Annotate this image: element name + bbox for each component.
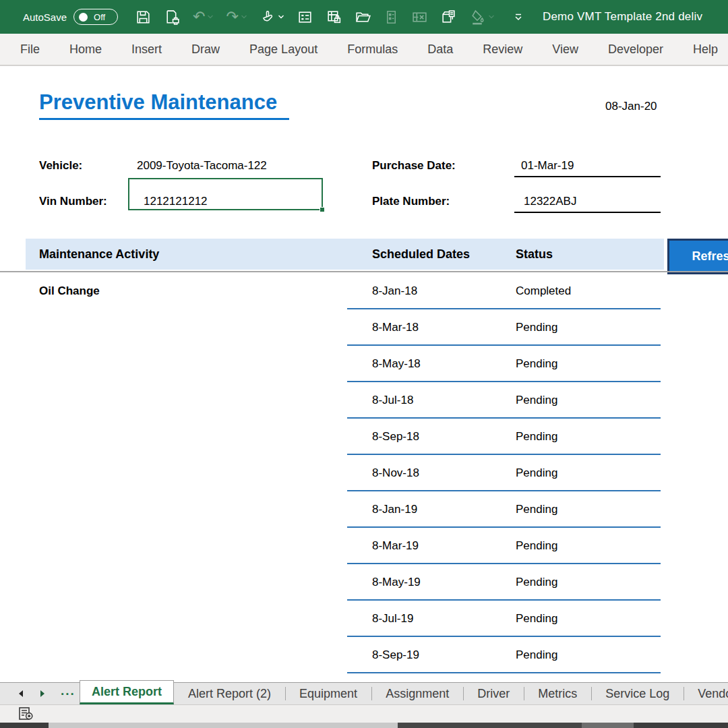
scheduled-date-cell[interactable]: 8-Sep-19 <box>372 648 419 662</box>
scheduled-date-cell[interactable]: 8-Nov-18 <box>372 466 419 480</box>
status-bar <box>0 704 728 723</box>
form-properties-icon[interactable] <box>291 3 320 30</box>
qat-overflow-icon[interactable] <box>508 3 529 30</box>
page-title: Preventive Maintenance <box>39 90 289 120</box>
taskbar-sliver <box>0 723 728 728</box>
document-title: Demo VMT Template 2nd deliv <box>543 10 702 24</box>
scheduled-date-cell[interactable]: 8-Jul-19 <box>372 612 413 626</box>
sheet-tab-alert-report-2-[interactable]: Alert Report (2) <box>174 683 285 704</box>
scheduled-date-cell[interactable]: 8-May-19 <box>372 576 421 589</box>
sheet-tab-service-log[interactable]: Service Log <box>591 683 684 704</box>
delete-cells-icon[interactable] <box>405 3 434 30</box>
chevron-down-icon[interactable] <box>207 14 214 20</box>
ribbon-tab-help[interactable]: Help <box>678 34 728 65</box>
scheduled-date-cell[interactable]: 8-Sep-18 <box>372 430 419 444</box>
status-cell[interactable]: Pending <box>516 612 557 626</box>
sheet-tab-equipment[interactable]: Equipment <box>285 683 371 704</box>
status-cell[interactable]: Pending <box>516 648 557 662</box>
plate-underline <box>514 212 661 213</box>
vehicle-value-cell[interactable]: 2009-Toyota-Tacoma-122 <box>137 159 267 173</box>
vehicle-label: Vehicle: <box>39 159 82 173</box>
activity-cell[interactable]: Oil Change <box>39 284 100 298</box>
ribbon-tab-view[interactable]: View <box>537 34 593 65</box>
touch-mode-icon[interactable] <box>253 3 291 30</box>
status-cell[interactable]: Pending <box>516 539 557 553</box>
table-header-row: Maintenance Activity Scheduled Dates Sta… <box>26 239 664 270</box>
status-cell[interactable]: Pending <box>516 357 557 371</box>
sheet-tab-driver[interactable]: Driver <box>463 683 524 704</box>
scheduled-date-cell[interactable]: 8-Jul-18 <box>372 394 413 407</box>
taskbar-segment <box>582 723 634 728</box>
sheet-tab-bar: ... Alert ReportAlert Report (2)Equipmen… <box>0 682 728 704</box>
status-cell[interactable]: Completed <box>516 284 571 298</box>
sheet-tab-assignment[interactable]: Assignment <box>371 683 463 704</box>
plate-number-label: Plate Number: <box>372 195 450 208</box>
protect-sheet-icon[interactable] <box>320 3 348 30</box>
chevron-down-icon[interactable] <box>241 14 247 20</box>
table-row: Oil Change8-Jan-18Completed <box>0 273 728 309</box>
table-row: 8-Mar-18Pending <box>0 309 728 346</box>
scheduled-date-cell[interactable]: 8-Mar-19 <box>372 539 419 553</box>
column-header-dates: Scheduled Dates <box>372 239 470 270</box>
scheduled-date-cell[interactable]: 8-Jan-19 <box>372 503 417 516</box>
table-row: 8-Mar-19Pending <box>0 528 728 564</box>
ribbon-tab-developer[interactable]: Developer <box>593 34 678 65</box>
checklist-icon[interactable] <box>377 3 405 30</box>
chevron-down-icon[interactable] <box>488 14 495 20</box>
ribbon-tab-insert[interactable]: Insert <box>117 34 177 65</box>
more-sheets-icon[interactable]: ... <box>61 691 75 696</box>
status-cell[interactable]: Pending <box>516 321 557 334</box>
table-row: 8-Nov-18Pending <box>0 455 728 491</box>
macro-record-icon[interactable] <box>19 707 34 721</box>
active-cell-selection[interactable] <box>128 178 323 210</box>
fill-handle[interactable] <box>320 207 325 212</box>
scroll-sheets-left-icon[interactable] <box>18 690 24 698</box>
print-preview-icon[interactable] <box>158 3 187 30</box>
status-cell[interactable]: Pending <box>516 430 557 444</box>
ribbon-tab-bar: FileHomeInsertDrawPage LayoutFormulasDat… <box>0 34 728 66</box>
table-row: 8-Jan-19Pending <box>0 491 728 528</box>
plate-number-cell[interactable]: 12322ABJ <box>524 195 576 208</box>
autosave-state: Off <box>94 12 105 22</box>
status-cell[interactable]: Pending <box>516 394 557 407</box>
maintenance-table-body: Oil Change8-Jan-18Completed8-Mar-18Pendi… <box>0 273 728 673</box>
sheet-tab-navigation: ... <box>0 683 80 704</box>
sheet-tab-vendor[interactable]: Vendor <box>684 683 728 704</box>
scheduled-date-cell[interactable]: 8-May-18 <box>372 357 421 371</box>
status-cell[interactable]: Pending <box>516 503 557 516</box>
status-cell[interactable]: Pending <box>516 466 557 480</box>
scheduled-date-cell[interactable]: 8-Mar-18 <box>372 321 419 334</box>
table-row: 8-Sep-18Pending <box>0 419 728 455</box>
ribbon-tab-page-layout[interactable]: Page Layout <box>235 34 332 65</box>
worksheet-area: Preventive Maintenance 08-Jan-20 Vehicle… <box>0 67 728 682</box>
ribbon-tab-file[interactable]: File <box>5 34 55 65</box>
ribbon-tab-draw[interactable]: Draw <box>177 34 235 65</box>
taskbar-segment <box>398 723 582 728</box>
quick-access-toolbar: ↶↷ <box>129 3 501 30</box>
taskbar-segment <box>634 723 728 728</box>
report-date-cell[interactable]: 08-Jan-20 <box>605 100 657 113</box>
taskbar-segment <box>0 723 49 728</box>
redo-icon[interactable]: ↷ <box>220 3 253 30</box>
scheduled-date-cell[interactable]: 8-Jan-18 <box>372 284 417 298</box>
fill-color-icon[interactable] <box>463 3 501 30</box>
save-icon[interactable] <box>129 3 158 30</box>
sheet-tab-alert-report[interactable]: Alert Report <box>80 680 174 704</box>
column-header-status: Status <box>516 239 553 270</box>
purchase-date-label: Purchase Date: <box>372 159 456 173</box>
chevron-down-icon[interactable] <box>278 14 284 20</box>
refresh-button[interactable]: Refresh <box>667 239 728 274</box>
undo-icon[interactable]: ↶ <box>187 3 220 30</box>
ribbon-tab-home[interactable]: Home <box>55 34 117 65</box>
autosave-toggle[interactable]: Off <box>73 9 118 25</box>
status-cell[interactable]: Pending <box>516 576 557 589</box>
scroll-sheets-right-icon[interactable] <box>39 690 46 698</box>
ribbon-tab-formulas[interactable]: Formulas <box>332 34 413 65</box>
sheet-tab-metrics[interactable]: Metrics <box>524 683 591 704</box>
ribbon-tab-review[interactable]: Review <box>468 34 537 65</box>
purchase-date-cell[interactable]: 01-Mar-19 <box>521 159 574 173</box>
autosave-label: AutoSave <box>23 11 67 23</box>
open-folder-icon[interactable] <box>348 3 377 30</box>
ribbon-tab-data[interactable]: Data <box>413 34 468 65</box>
package-icon[interactable] <box>434 3 463 30</box>
